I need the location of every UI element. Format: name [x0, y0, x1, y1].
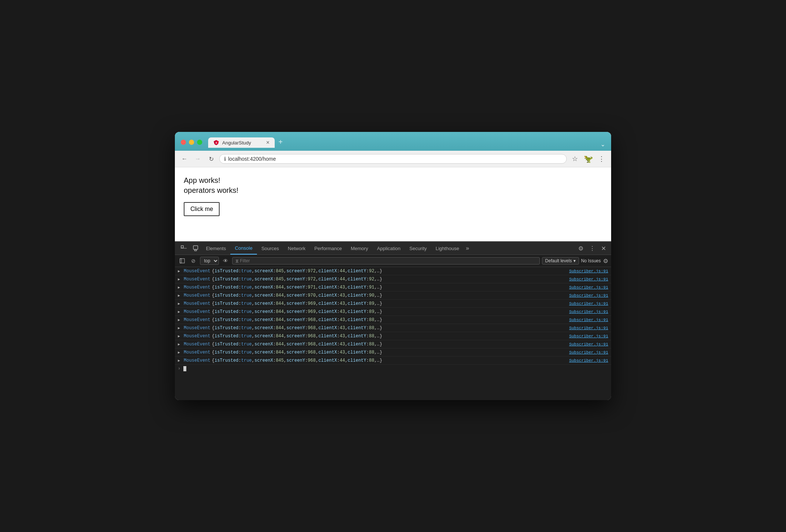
log-source-link[interactable]: Subscriber.js:91	[569, 326, 608, 330]
tab-security[interactable]: Security	[405, 243, 431, 254]
browser-window: A AngularStudy × + ⌄ ← → ↻ ℹ ☆ 🦖 ⋮ App w…	[175, 132, 611, 400]
devtools-close-button[interactable]: ✕	[599, 243, 608, 254]
log-row[interactable]: ▶ MouseEvent {isTrusted: true, screenX: …	[175, 291, 611, 300]
new-tab-button[interactable]: +	[275, 136, 287, 148]
reload-button[interactable]: ↻	[206, 154, 216, 164]
log-row[interactable]: ▶ MouseEvent {isTrusted: true, screenX: …	[175, 283, 611, 291]
log-expand-arrow[interactable]: ▶	[178, 342, 180, 347]
log-event-type: MouseEvent	[184, 350, 210, 355]
more-menu-button[interactable]: ⋮	[596, 154, 607, 164]
log-row[interactable]: ▶ MouseEvent {isTrusted: true, screenX: …	[175, 332, 611, 340]
address-bar[interactable]: ℹ	[219, 154, 567, 164]
click-me-button[interactable]: Click me	[184, 202, 220, 216]
tab-lighthouse[interactable]: Lighthouse	[431, 243, 464, 254]
devtools-inspect-icon[interactable]	[178, 242, 190, 254]
url-input[interactable]	[228, 156, 562, 162]
devtools-settings-button[interactable]: ⚙	[576, 243, 586, 254]
log-expand-arrow[interactable]: ▶	[178, 277, 180, 282]
log-event-type: MouseEvent	[184, 277, 210, 282]
log-row[interactable]: ▶ MouseEvent {isTrusted: true, screenX: …	[175, 340, 611, 348]
extension-button[interactable]: 🦖	[583, 154, 593, 164]
tab-bar: A AngularStudy × + ⌄	[208, 136, 605, 148]
tab-sources[interactable]: Sources	[257, 243, 284, 254]
log-row[interactable]: ▶ MouseEvent {isTrusted: true, screenX: …	[175, 275, 611, 283]
forward-button[interactable]: →	[193, 154, 203, 164]
console-settings-button[interactable]: ⚙	[603, 258, 608, 265]
tab-title: AngularStudy	[222, 140, 251, 146]
log-row[interactable]: ▶ MouseEvent {isTrusted: true, screenX: …	[175, 316, 611, 324]
tab-console[interactable]: Console	[230, 242, 257, 255]
filter-input-wrapper: ⧖	[232, 257, 540, 265]
log-expand-arrow[interactable]: ▶	[178, 318, 180, 322]
log-source-link[interactable]: Subscriber.js:91	[569, 301, 608, 306]
context-selector[interactable]: top	[200, 257, 219, 265]
log-source-link[interactable]: Subscriber.js:91	[569, 293, 608, 298]
default-levels-button[interactable]: Default levels ▾	[542, 257, 579, 265]
window-controls	[181, 140, 202, 145]
eye-icon[interactable]: 👁	[221, 256, 230, 265]
log-row[interactable]: ▶ MouseEvent {isTrusted: true, screenX: …	[175, 324, 611, 332]
log-expand-arrow[interactable]: ▶	[178, 269, 180, 273]
log-event-type: MouseEvent	[184, 309, 210, 314]
log-expand-arrow[interactable]: ▶	[178, 301, 180, 306]
tab-performance[interactable]: Performance	[310, 243, 346, 254]
log-expand-arrow[interactable]: ▶	[178, 326, 180, 330]
log-row[interactable]: ▶ MouseEvent {isTrusted: true, screenX: …	[175, 300, 611, 308]
nav-right-icons: ☆ 🦖 ⋮	[570, 154, 607, 164]
tab-application[interactable]: Application	[373, 243, 405, 254]
console-sidebar-toggle[interactable]	[178, 256, 187, 265]
log-source-link[interactable]: Subscriber.js:91	[569, 350, 608, 355]
maximize-window-button[interactable]	[197, 140, 202, 145]
tab-dropdown-button[interactable]: ⌄	[600, 141, 605, 148]
tab-elements[interactable]: Elements	[201, 243, 230, 254]
tab-close-button[interactable]: ×	[266, 140, 270, 146]
devtools-panel: Elements Console Sources Network Perform…	[175, 241, 611, 400]
svg-rect-3	[181, 246, 183, 248]
log-source-link[interactable]: Subscriber.js:91	[569, 277, 608, 282]
log-expand-arrow[interactable]: ▶	[178, 334, 180, 338]
log-row[interactable]: ▶ MouseEvent {isTrusted: true, screenX: …	[175, 308, 611, 316]
log-event-type: MouseEvent	[184, 325, 210, 331]
log-expand-arrow[interactable]: ▶	[178, 285, 180, 290]
console-log-area[interactable]: ▶ MouseEvent {isTrusted: true, screenX: …	[175, 267, 611, 400]
log-event-type: MouseEvent	[184, 342, 210, 347]
log-source-link[interactable]: Subscriber.js:91	[569, 310, 608, 314]
tab-memory[interactable]: Memory	[346, 243, 373, 254]
tab-network[interactable]: Network	[284, 243, 310, 254]
devtools-device-icon[interactable]	[190, 242, 201, 254]
svg-rect-6	[194, 250, 197, 251]
angular-tab-icon: A	[213, 140, 219, 146]
devtools-right-controls: ⚙ ⋮ ✕	[576, 243, 608, 254]
devtools-more-tabs-button[interactable]: »	[464, 242, 471, 255]
bookmark-button[interactable]: ☆	[570, 154, 580, 164]
back-button[interactable]: ←	[179, 154, 190, 164]
log-source-link[interactable]: Subscriber.js:91	[569, 334, 608, 338]
close-window-button[interactable]	[181, 140, 186, 145]
svg-rect-5	[193, 246, 198, 249]
browser-tab-angularstudy[interactable]: A AngularStudy ×	[208, 137, 275, 148]
log-source-link[interactable]: Subscriber.js:91	[569, 342, 608, 347]
log-source-link[interactable]: Subscriber.js:91	[569, 269, 608, 273]
log-source-link[interactable]: Subscriber.js:91	[569, 358, 608, 363]
operators-works-text: operators works!	[184, 186, 602, 195]
log-source-link[interactable]: Subscriber.js:91	[569, 318, 608, 322]
minimize-window-button[interactable]	[189, 140, 194, 145]
no-issues-label: No Issues	[581, 258, 601, 263]
log-row[interactable]: ▶ MouseEvent {isTrusted: true, screenX: …	[175, 357, 611, 365]
filter-input[interactable]	[240, 258, 536, 263]
log-expand-arrow[interactable]: ▶	[178, 293, 180, 298]
log-source-link[interactable]: Subscriber.js:91	[569, 285, 608, 290]
devtools-options-button[interactable]: ⋮	[587, 243, 597, 254]
log-expand-arrow[interactable]: ▶	[178, 350, 180, 355]
log-expand-arrow[interactable]: ▶	[178, 310, 180, 314]
console-clear-button[interactable]: ⊘	[189, 256, 198, 265]
log-event-type: MouseEvent	[184, 293, 210, 298]
log-expand-arrow[interactable]: ▶	[178, 358, 180, 363]
console-input-row[interactable]: ›	[175, 365, 611, 373]
log-event-type: MouseEvent	[184, 285, 210, 290]
log-event-type: MouseEvent	[184, 334, 210, 339]
log-row[interactable]: ▶ MouseEvent {isTrusted: true, screenX: …	[175, 267, 611, 275]
log-event-type: MouseEvent	[184, 317, 210, 323]
log-row[interactable]: ▶ MouseEvent {isTrusted: true, screenX: …	[175, 348, 611, 357]
log-event-type: MouseEvent	[184, 269, 210, 274]
